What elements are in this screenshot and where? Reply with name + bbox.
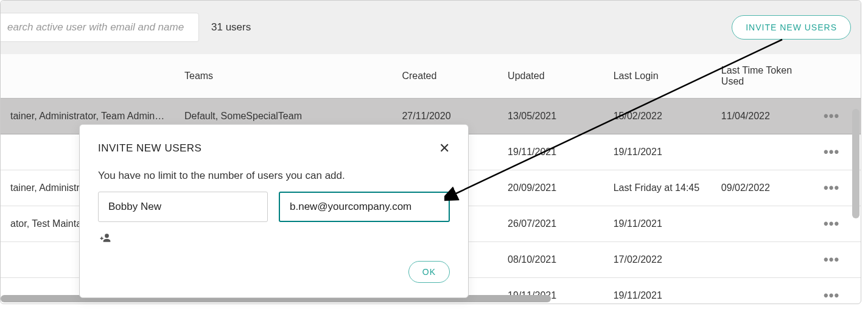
user-count: 31 users [211,21,251,33]
invite-users-dialog: INVITE NEW USERS ✕ You have no limit to … [79,124,469,298]
col-token-header[interactable]: Last Time Token Used [712,54,811,99]
ok-button[interactable]: OK [408,261,450,283]
more-icon[interactable]: ••• [824,216,839,231]
more-icon[interactable]: ••• [824,108,839,123]
cell-token: 09/02/2022 [712,170,811,206]
more-icon[interactable]: ••• [824,252,839,267]
toolbar: 31 users INVITE NEW USERS [1,1,861,54]
cell-token [712,206,811,242]
cell-updated: 26/07/2021 [498,206,604,242]
cell-token [712,134,811,170]
cell-login: 15/02/2022 [604,99,712,134]
cell-login: Last Friday at 14:45 [604,170,712,206]
cell-token [712,278,811,305]
cell-login: 19/11/2021 [604,206,712,242]
more-icon[interactable]: ••• [824,180,839,195]
more-icon[interactable]: ••• [824,144,839,159]
add-person-icon[interactable] [98,232,113,246]
cell-login: 17/02/2022 [604,242,712,278]
invite-name-input[interactable] [98,192,268,222]
more-icon[interactable]: ••• [824,288,839,303]
cell-token: 11/04/2022 [712,99,811,134]
col-created-header[interactable]: Created [392,54,498,99]
invite-email-input[interactable] [279,192,450,222]
dialog-title: INVITE NEW USERS [98,142,201,155]
dialog-footer: OK [98,261,450,283]
col-updated-header[interactable]: Updated [498,54,604,99]
vertical-scrollbar[interactable] [852,109,859,218]
dialog-description: You have no limit to the number of users… [98,170,450,182]
cell-token [712,242,811,278]
close-icon[interactable]: ✕ [439,142,450,155]
col-login-header[interactable]: Last Login [604,54,712,99]
search-input[interactable] [0,13,199,42]
cell-login: 19/11/2021 [604,134,712,170]
cell-login: 19/11/2021 [604,278,712,305]
col-roles-header [1,54,175,99]
cell-updated: 08/10/2021 [498,242,604,278]
cell-actions: ••• [811,278,861,305]
cell-actions: ••• [811,242,861,278]
cell-updated: 13/05/2021 [498,99,604,134]
invite-new-users-button[interactable]: INVITE NEW USERS [732,15,851,40]
table-header-row: Teams Created Updated Last Login Last Ti… [1,54,861,99]
toolbar-left: 31 users [10,13,251,42]
cell-updated: 20/09/2021 [498,170,604,206]
col-teams-header[interactable]: Teams [175,54,392,99]
svg-point-0 [105,234,109,238]
cell-updated: 19/11/2021 [498,134,604,170]
col-actions-header [811,54,861,99]
dialog-input-row [98,192,450,222]
dialog-header: INVITE NEW USERS ✕ [98,142,450,155]
